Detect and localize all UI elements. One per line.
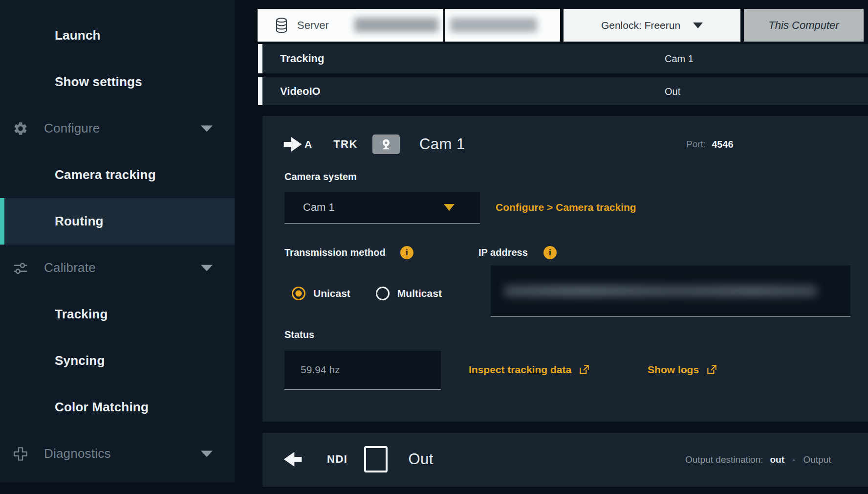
info-icon[interactable]: i	[543, 246, 557, 259]
server-label: Server	[297, 19, 329, 32]
info-icon[interactable]: i	[400, 246, 413, 259]
tracking-panel: A TRK Cam 1 Port: 4546 Camera system Cam…	[262, 116, 868, 422]
server-section: Server	[258, 9, 560, 42]
tracking-panel-header: A TRK Cam 1	[262, 134, 868, 155]
chevron-down-icon	[201, 265, 213, 271]
sidebar-item-show-settings[interactable]: Show settings	[0, 59, 235, 105]
sidebar-section-label: Configure	[44, 121, 100, 136]
ip-address-field[interactable]	[491, 266, 850, 317]
sidebar: Launch Show settings Configure Camera tr…	[0, 0, 235, 483]
output-destination-label: Output destination:	[685, 454, 763, 465]
show-logs-label: Show logs	[648, 364, 699, 376]
transmission-method-row: Transmission method i	[284, 246, 413, 259]
row-value: Out	[665, 86, 680, 97]
panel-title: Cam 1	[419, 135, 465, 153]
topbar-gap	[560, 9, 564, 42]
configure-camera-tracking-link[interactable]: Configure > Camera tracking	[496, 193, 636, 222]
selected-indicator	[0, 198, 4, 245]
row-label: VideoIO	[280, 85, 321, 98]
ndi-output-panel: NDI Out Output destination: out - Output	[262, 433, 868, 487]
sidebar-item-label: Routing	[55, 214, 104, 229]
ip-address-row: IP address i	[478, 246, 557, 259]
output-destination-info: Output destination: out - Output	[685, 433, 831, 487]
multicast-label: Multicast	[397, 288, 442, 299]
app-window: Launch Show settings Configure Camera tr…	[0, 0, 868, 494]
ndi-badge: NDI	[327, 453, 347, 466]
routing-row-tracking[interactable]: Tracking Cam 1	[262, 44, 868, 73]
panel-links: Inspect tracking data Show logs	[469, 351, 717, 389]
sidebar-item-label: Tracking	[55, 307, 108, 322]
status-value: 59.94 hz	[301, 364, 340, 376]
sidebar-section-label: Calibrate	[44, 260, 96, 275]
output-destination-separator: -	[792, 454, 795, 465]
output-destination-value: out	[770, 454, 785, 465]
caret-down-icon	[693, 22, 703, 28]
output-destination-trailing: Output	[803, 454, 831, 465]
this-computer-label: This Computer	[768, 19, 839, 32]
database-icon	[275, 18, 288, 33]
chevron-down-icon	[201, 125, 213, 132]
ip-address-redacted	[504, 285, 817, 297]
row-label: Tracking	[280, 52, 324, 65]
inspect-tracking-data-link[interactable]: Inspect tracking data	[469, 364, 590, 376]
genlock-dropdown[interactable]: Genlock: Freerun	[564, 9, 740, 42]
status-field: 59.94 hz	[284, 351, 441, 390]
server-address-redacted	[450, 18, 537, 32]
sliders-icon	[13, 260, 28, 276]
sidebar-item-tracking[interactable]: Tracking	[0, 291, 235, 337]
arrow-left-icon	[283, 452, 303, 467]
camera-system-dropdown[interactable]: Cam 1	[284, 192, 480, 224]
server-name-redacted	[354, 18, 438, 32]
sidebar-item-launch[interactable]: Launch	[0, 12, 235, 59]
external-link-icon	[578, 364, 590, 376]
port-value: 4546	[712, 139, 734, 150]
trk-badge: TRK	[333, 138, 358, 151]
server-bar: Server Genlock: Freerun This Computer	[258, 9, 864, 42]
sidebar-section-calibrate[interactable]: Calibrate	[0, 245, 235, 291]
sidebar-item-label: Show settings	[55, 74, 142, 90]
caret-down-icon	[444, 204, 455, 211]
ip-address-label: IP address	[478, 247, 528, 258]
row-value: Cam 1	[665, 53, 694, 65]
sidebar-item-color-matching[interactable]: Color Matching	[0, 384, 235, 430]
transmission-method-label: Transmission method	[284, 247, 386, 258]
sidebar-item-syncing[interactable]: Syncing	[0, 337, 235, 384]
sidebar-item-label: Camera tracking	[55, 167, 156, 182]
chevron-down-icon	[201, 450, 213, 457]
video-camera-icon	[372, 135, 400, 154]
show-logs-link[interactable]: Show logs	[648, 364, 717, 376]
server-divider	[443, 9, 445, 42]
square-outline-icon	[364, 446, 388, 472]
channel-letter: A	[304, 138, 312, 150]
transmission-radio-group: Unicast Multicast	[292, 285, 442, 302]
this-computer-tab[interactable]: This Computer	[744, 9, 864, 42]
topbar-gap	[740, 9, 744, 42]
unicast-radio[interactable]	[292, 287, 305, 300]
camera-system-label: Camera system	[284, 171, 357, 182]
sidebar-item-label: Color Matching	[55, 400, 149, 415]
status-label: Status	[284, 329, 314, 340]
port-info: Port: 4546	[686, 134, 734, 155]
arrow-right-icon	[283, 137, 303, 152]
sidebar-section-label: Diagnostics	[44, 446, 111, 461]
panel-title: Out	[408, 450, 433, 468]
medical-cross-icon	[13, 446, 28, 462]
inspect-tracking-data-label: Inspect tracking data	[469, 364, 571, 376]
camera-system-value: Cam 1	[303, 201, 335, 214]
genlock-label: Genlock: Freerun	[601, 20, 680, 31]
gear-icon	[13, 121, 28, 136]
sidebar-item-label: Syncing	[55, 353, 105, 368]
multicast-radio[interactable]	[376, 287, 390, 300]
port-label: Port:	[686, 139, 706, 150]
sidebar-section-configure[interactable]: Configure	[0, 105, 235, 152]
external-link-icon	[706, 364, 717, 376]
sidebar-item-camera-tracking[interactable]: Camera tracking	[0, 152, 235, 198]
sidebar-item-label: Launch	[55, 28, 101, 43]
routing-row-videoio[interactable]: VideoIO Out	[262, 77, 868, 105]
sidebar-item-routing[interactable]: Routing	[0, 198, 235, 245]
sidebar-section-diagnostics[interactable]: Diagnostics	[0, 430, 235, 477]
unicast-label: Unicast	[313, 288, 350, 299]
